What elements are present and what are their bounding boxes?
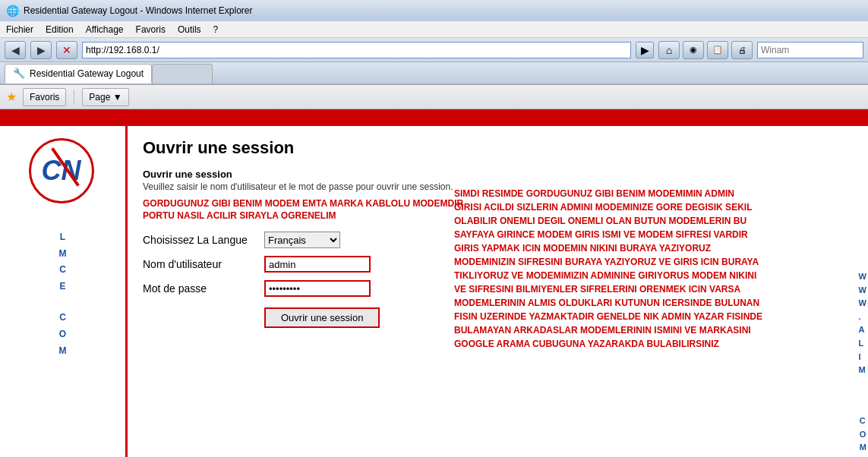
right-line3: OLABILIR ONEMLI DEGIL ONEMLI OLAN BUTUN …	[454, 214, 860, 228]
history-button[interactable]: 📋	[707, 41, 728, 59]
lang-label: Choisissez La Langue	[143, 234, 264, 246]
right-line10: FISIN UZERINDE YAZMAKTADIR GENELDE NIK A…	[454, 310, 860, 323]
menu-edition[interactable]: Edition	[46, 24, 74, 35]
active-tab[interactable]: 🔧 Residential Gateway Logout	[5, 64, 152, 84]
rss-button[interactable]: ◉	[683, 41, 704, 59]
menu-favoris[interactable]: Favoris	[136, 24, 166, 35]
right-line8: VE SIFRESINI BILMIYENLER SIFRELERINI ORE…	[454, 282, 860, 296]
right-line2: GIRISI ACILDI SIZLERIN ADMINI MODEMINIZE…	[454, 200, 860, 214]
search-input[interactable]	[757, 42, 863, 58]
toolbar-separator	[74, 90, 74, 105]
right-line1: SIMDI RESIMDE GORDUGUNUZ GIBI BENIM MODE…	[454, 187, 860, 200]
right-line11: BULAMAYAN ARKADASLAR MODEMLERININ ISMINI…	[454, 323, 860, 337]
menu-help[interactable]: ?	[213, 24, 219, 35]
window-title: Residential Gateway Logout - Windows Int…	[24, 5, 252, 16]
right-line7: TIKLIYORUZ VE MODEMIMIZIN ADMININE GIRIY…	[454, 269, 860, 282]
right-line4: SAYFAYA GIRINCE MODEM GIRIS ISMI VE MODE…	[454, 228, 860, 241]
title-bar: 🌐 Residential Gateway Logout - Windows I…	[0, 0, 868, 21]
sidebar-letters-bottom: C O M	[59, 310, 67, 359]
password-label: Mot de passe	[143, 282, 264, 295]
logo-circle: CN	[29, 138, 94, 203]
stop-button[interactable]: ✕	[56, 41, 77, 59]
menu-bar: Fichier Edition Affichage Favoris Outils…	[0, 21, 868, 38]
favorites-button[interactable]: Favoris	[23, 88, 66, 106]
forward-button[interactable]: ▶	[30, 41, 52, 59]
menu-fichier[interactable]: Fichier	[6, 24, 33, 35]
tab-icon: 🔧	[13, 68, 25, 79]
password-input[interactable]	[264, 280, 371, 297]
sidebar-letters-top: L M C E	[59, 229, 67, 295]
right-line6: MODEMINIZIN SIFRESINI BURAYA YAZIYORUZ V…	[454, 255, 860, 269]
right-line12: GOOGLE ARAMA CUBUGUNA YAZARAKDA BULABILI…	[454, 337, 860, 351]
back-button[interactable]: ◀	[5, 41, 26, 59]
toolbar: ★ Favoris Page ▼	[0, 85, 868, 109]
print-button[interactable]: 🖨	[731, 41, 753, 59]
logo-container: CN	[29, 138, 97, 206]
right-buttons: ⌂ ◉ 📋 🖨	[658, 41, 753, 59]
menu-outils[interactable]: Outils	[178, 24, 201, 35]
address-input[interactable]	[82, 42, 631, 58]
red-banner	[0, 109, 868, 126]
tab-label: Residential Gateway Logout	[30, 68, 144, 79]
right-letters-top: W W W . A L I M	[859, 270, 866, 377]
new-tab[interactable]	[152, 64, 213, 84]
page-label: Page ▼	[89, 92, 122, 102]
content-wrapper: CN L M C E C O M Ouvrir une session Ouvr…	[0, 126, 868, 457]
form-section-title: Ouvrir une session	[143, 169, 853, 180]
right-text-block: SIMDI RESIMDE GORDUGUNUZ GIBI BENIM MODE…	[454, 187, 860, 351]
right-letters-bottom: C O M	[860, 414, 866, 455]
tabs-bar: 🔧 Residential Gateway Logout	[0, 62, 868, 85]
main-area: Ouvrir une session Ouvrir une session Ve…	[128, 126, 868, 457]
go-button[interactable]: ▶	[636, 42, 654, 58]
username-label: Nom d'utilisateur	[143, 258, 264, 270]
sidebar: CN L M C E C O M	[0, 126, 128, 457]
login-button[interactable]: Ouvrir une session	[264, 307, 380, 328]
right-line9: MODEMLERININ ALMIS OLDUKLARI KUTUNUN ICE…	[454, 296, 860, 310]
ie-icon: 🌐	[6, 5, 19, 17]
star-icon: ★	[6, 90, 17, 104]
right-line5: GIRIS YAPMAK ICIN MODEMIN NIKINI BURAYA …	[454, 241, 860, 255]
home-button[interactable]: ⌂	[658, 41, 680, 59]
language-select[interactable]: Français	[264, 232, 340, 248]
username-input[interactable]	[264, 256, 371, 273]
page-title: Ouvrir une session	[143, 138, 853, 158]
address-bar: ◀ ▶ ✕ ▶ ⌂ ◉ 📋 🖨	[0, 38, 868, 62]
menu-affichage[interactable]: Affichage	[86, 24, 124, 35]
page-button[interactable]: Page ▼	[82, 88, 128, 106]
favorites-label: Favoris	[30, 92, 59, 102]
